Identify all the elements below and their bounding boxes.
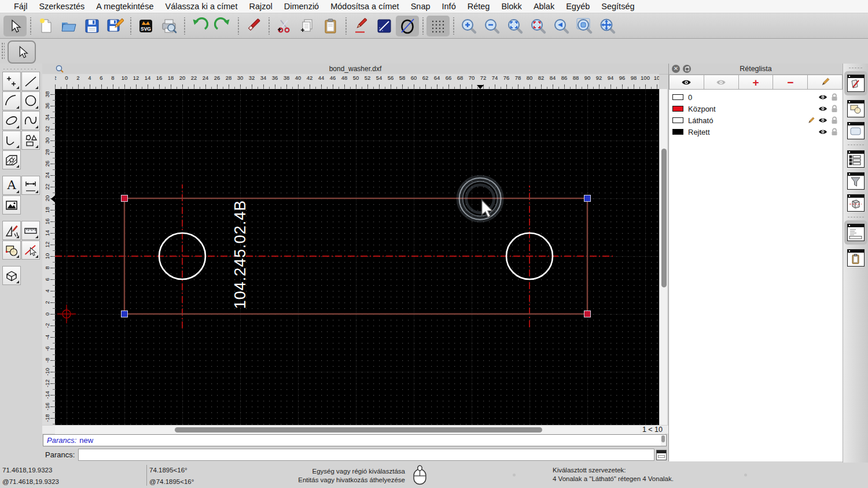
eye-icon[interactable]: [818, 128, 827, 135]
solids-tool-button[interactable]: [2, 266, 21, 285]
lock-icon[interactable]: [831, 128, 838, 136]
property-list-dock-button[interactable]: [847, 150, 865, 168]
grid-toggle-button[interactable]: [426, 16, 450, 36]
selection-handle[interactable]: [122, 195, 128, 202]
hide-all-layers-button[interactable]: [704, 75, 739, 90]
lock-icon[interactable]: [831, 93, 838, 101]
menu-item[interactable]: Blokk: [495, 2, 527, 11]
edit-layer-button[interactable]: [808, 75, 843, 90]
command-line-dock-button[interactable]: [844, 220, 867, 245]
menu-item[interactable]: Snap: [405, 2, 436, 11]
circles-tool-button[interactable]: [21, 91, 40, 110]
selection-tool-button[interactable]: [8, 40, 36, 64]
selection-filter-dock-button[interactable]: [847, 172, 865, 190]
pen-button[interactable]: [350, 16, 373, 36]
palette-handle[interactable]: [2, 68, 38, 70]
float-panel-icon[interactable]: [683, 65, 691, 73]
new-document-button[interactable]: [34, 16, 57, 36]
polylines-tool-button[interactable]: [2, 131, 21, 150]
layer-panel-header[interactable]: Réteglista ✕: [669, 64, 843, 75]
delete-button[interactable]: [242, 16, 265, 36]
library-browser-dock-button[interactable]: [847, 122, 865, 139]
undo-button[interactable]: [188, 16, 211, 36]
command-history[interactable]: Parancs: new: [43, 434, 667, 446]
zoom-previous-button[interactable]: [550, 16, 573, 36]
menu-item[interactable]: Infó: [436, 2, 462, 11]
zoom-pan-button[interactable]: [596, 16, 619, 36]
eye-icon[interactable]: [818, 117, 827, 124]
eye-icon[interactable]: [818, 105, 827, 112]
redo-button[interactable]: [211, 16, 234, 36]
zoom-window-button[interactable]: [573, 16, 596, 36]
arcs-tool-button[interactable]: [2, 91, 21, 110]
menu-item[interactable]: Szerkesztés: [33, 2, 90, 11]
menu-item[interactable]: A megtekintése: [90, 2, 159, 11]
ellipses-tool-button[interactable]: [2, 111, 21, 130]
open-file-button[interactable]: [57, 16, 80, 36]
menu-item[interactable]: Réteg: [462, 2, 496, 11]
points-tool-button[interactable]: [2, 72, 21, 91]
keyboard-toggle-button[interactable]: [656, 450, 667, 460]
paste-button[interactable]: [319, 16, 342, 36]
menu-item[interactable]: Rajzol: [243, 2, 278, 11]
layer-list-dock-button[interactable]: [844, 71, 867, 95]
selection-handle[interactable]: [122, 311, 128, 317]
zoom-out-button[interactable]: [480, 16, 503, 36]
lock-icon[interactable]: [831, 116, 838, 124]
layer-row[interactable]: Látható: [669, 114, 843, 126]
shapes-tool-button[interactable]: [21, 131, 40, 150]
toolbar-handle[interactable]: [1, 42, 5, 60]
selection-handle[interactable]: [584, 195, 591, 202]
images-tool-button[interactable]: [2, 195, 21, 215]
horizontal-scrollbar-thumb[interactable]: [175, 427, 542, 432]
menu-item[interactable]: Dimenzió: [278, 2, 325, 11]
close-icon[interactable]: ✕: [672, 65, 680, 73]
zoom-auto-button[interactable]: [503, 16, 527, 36]
command-input[interactable]: [78, 449, 654, 461]
vertical-scrollbar[interactable]: [659, 89, 667, 425]
layer-row[interactable]: Rejtett: [669, 126, 843, 138]
show-all-layers-button[interactable]: [669, 75, 704, 90]
ellipse-tool-button[interactable]: [396, 16, 419, 36]
zoom-in-button[interactable]: [457, 16, 480, 36]
save-as-button[interactable]: [104, 16, 127, 36]
layer-row[interactable]: 0: [669, 91, 843, 103]
menu-item[interactable]: Fájl: [8, 2, 33, 11]
text-tool-button[interactable]: A: [2, 176, 21, 195]
block-list-dock-button[interactable]: [847, 100, 865, 117]
menubar[interactable]: FájlSzerkesztésA megtekintéseVálassza ki…: [0, 0, 868, 13]
select-arrow-button[interactable]: [3, 16, 27, 36]
drawing-view-titlebar[interactable]: bond_washer.dxf: [42, 64, 668, 75]
lines-tool-button[interactable]: [21, 72, 40, 91]
hatches-tool-button[interactable]: [2, 150, 21, 169]
select-entity-tool-button[interactable]: [21, 241, 40, 260]
layer-row[interactable]: Központ: [669, 103, 843, 114]
horizontal-scrollbar[interactable]: 1 < 10: [42, 425, 668, 434]
add-layer-button[interactable]: +: [739, 75, 774, 90]
dimensions-tool-button[interactable]: [21, 176, 40, 195]
menu-item[interactable]: Válassza ki a címet: [160, 2, 244, 11]
remove-layer-button[interactable]: −: [773, 75, 808, 90]
part-number-label[interactable]: 104.245.02.4B: [231, 200, 249, 309]
clipboard-panel-dock-button[interactable]: [847, 249, 865, 267]
eye-icon[interactable]: [818, 94, 827, 101]
lock-icon[interactable]: [831, 105, 838, 113]
vertical-scrollbar-thumb[interactable]: [661, 149, 667, 287]
menu-item[interactable]: Segítség: [595, 2, 640, 11]
menu-item[interactable]: Egyéb: [560, 2, 595, 11]
zoom-redraw-button[interactable]: [527, 16, 550, 36]
measure-tool-button[interactable]: [21, 221, 40, 240]
menu-item[interactable]: Módosítsa a címet: [325, 2, 404, 11]
print-preview-button[interactable]: [157, 16, 181, 36]
view-laser-dock-button[interactable]: [847, 194, 865, 212]
command-history-scrollbar[interactable]: [661, 435, 665, 446]
selection-handle[interactable]: [584, 311, 591, 317]
blocks-tool-button[interactable]: [2, 241, 21, 260]
drawing-canvas[interactable]: 104.245.02.4B: [55, 89, 659, 425]
line-tool-button[interactable]: [373, 16, 396, 36]
svg-export-button[interactable]: SVG: [134, 16, 157, 36]
dock-handle[interactable]: [848, 67, 863, 69]
save-button[interactable]: [80, 16, 104, 36]
cut-button[interactable]: [273, 16, 296, 36]
splines-tool-button[interactable]: [21, 111, 40, 130]
